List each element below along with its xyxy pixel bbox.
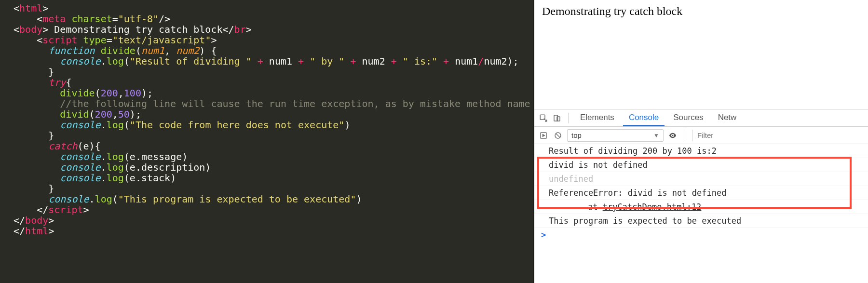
live-expression-icon[interactable] <box>667 130 678 141</box>
code-line: //the following line will cause the run … <box>14 98 533 109</box>
code-line: </script> <box>14 204 533 215</box>
source-link[interactable]: tryCatchDemo.html:12 <box>603 202 702 212</box>
code-line: function divide(num1, num2) { <box>14 45 533 56</box>
code-line: </body> <box>14 215 533 226</box>
code-line: console.log(e.message) <box>14 151 533 162</box>
code-line: console.log("Result of dividing " + num1… <box>14 56 533 67</box>
code-line: } <box>14 67 533 77</box>
console-row: undefined <box>534 172 868 186</box>
code-line: console.log(e.stack) <box>14 173 533 183</box>
code-line: console.log("The code from here does not… <box>14 120 533 130</box>
device-toggle-icon[interactable] <box>552 113 562 123</box>
devtools-panel: Elements Console Sources Netw <box>534 109 868 283</box>
code-line: <body> Demonstrating try catch block</br… <box>14 24 533 35</box>
rendered-page: Demonstrating try catch block <box>534 0 868 109</box>
console-row: This program is expected to be executed <box>534 214 868 228</box>
context-value: top <box>571 131 582 139</box>
app-layout: <html> <meta charset="utf-8"/><body> Dem… <box>0 0 868 283</box>
tab-console[interactable]: Console <box>623 109 665 126</box>
play-icon[interactable] <box>538 130 549 141</box>
inspect-icon[interactable] <box>538 113 549 123</box>
code-line: } <box>14 130 533 141</box>
filter-input[interactable] <box>692 130 864 141</box>
console-row: ReferenceError: divid is not defined <box>534 186 868 200</box>
clear-console-icon[interactable] <box>553 130 563 141</box>
console-row: at tryCatchDemo.html:12 <box>534 200 868 214</box>
code-editor[interactable]: <html> <meta charset="utf-8"/><body> Dem… <box>0 0 533 283</box>
page-heading: Demonstrating try catch block <box>542 5 682 17</box>
console-row: divid is not defined <box>534 158 868 172</box>
code-line: </html> <box>14 226 533 236</box>
divider <box>685 130 685 141</box>
code-line: divid(200,50); <box>14 109 533 120</box>
context-select[interactable]: top ▼ <box>567 129 664 142</box>
code-line: catch(e){ <box>14 141 533 151</box>
tab-elements[interactable]: Elements <box>574 109 620 126</box>
code-line: <script type="text/javascript"> <box>14 35 533 45</box>
code-line: console.log("This program is expected to… <box>14 194 533 204</box>
divider <box>568 113 569 123</box>
devtools-tabbar: Elements Console Sources Netw <box>534 109 868 127</box>
console-prompt[interactable]: > <box>534 228 868 242</box>
console-toolbar: top ▼ <box>534 127 868 144</box>
browser-pane: Demonstrating try catch block El <box>533 0 868 283</box>
console-output[interactable]: Result of dividing 200 by 100 is:2divid … <box>534 144 868 283</box>
console-row: Result of dividing 200 by 100 is:2 <box>534 144 868 158</box>
code-line: divide(200,100); <box>14 88 533 98</box>
code-line: <html> <box>14 3 533 13</box>
prompt-caret-icon: > <box>541 230 546 240</box>
tab-sources[interactable]: Sources <box>667 109 709 126</box>
tab-network[interactable]: Netw <box>712 109 743 126</box>
code-line: <meta charset="utf-8"/> <box>14 13 533 24</box>
chevron-down-icon: ▼ <box>653 132 659 139</box>
code-line: try{ <box>14 77 533 88</box>
code-line: console.log(e.description) <box>14 162 533 173</box>
code-line: } <box>14 183 533 194</box>
